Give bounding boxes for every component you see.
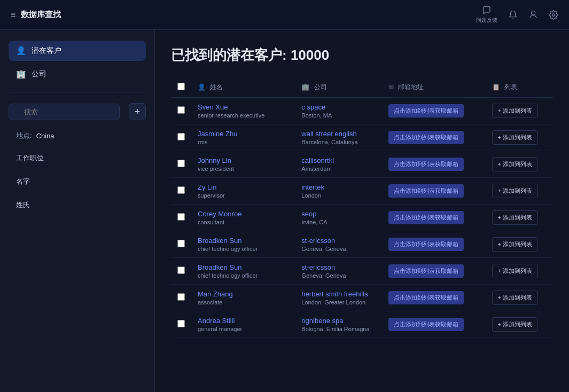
row-list-cell: + 添加到列表 (486, 285, 553, 311)
get-email-button-1[interactable]: 点击添加到列表获取邮箱 (388, 131, 464, 144)
get-email-button-2[interactable]: 点击添加到列表获取邮箱 (388, 158, 464, 171)
row-list-cell: + 添加到列表 (486, 178, 553, 205)
row-company-cell: c space Boston, MA (295, 98, 382, 124)
company-name-6[interactable]: st-ericsson (301, 263, 376, 271)
person-name-6[interactable]: Broadken Sun (198, 263, 289, 271)
person-name-8[interactable]: Andrea Stilli (198, 317, 289, 325)
row-name-cell: Sven Xue senior research executive (191, 98, 295, 124)
row-checkbox-cell (171, 205, 191, 231)
table-row: Corey Monroe consultant seop Irvine, CA … (171, 205, 553, 231)
person-name-3[interactable]: Zy Lin (198, 183, 289, 191)
company-name-2[interactable]: callisonrtkl (301, 156, 376, 164)
sidebar-filter-location[interactable]: 地点: China (9, 127, 146, 145)
th-company-icon: 🏢 (301, 83, 309, 91)
row-name-cell: Jasmine Zhu rms (191, 124, 295, 151)
row-checkbox-6[interactable] (177, 266, 185, 274)
get-email-button-4[interactable]: 点击添加到列表获取邮箱 (388, 211, 464, 224)
row-list-cell: + 添加到列表 (486, 231, 553, 258)
company-name-4[interactable]: seop (301, 210, 376, 218)
row-company-cell: callisonrtkl Amsterdam (295, 151, 382, 178)
person-name-5[interactable]: Broadken Sun (198, 237, 289, 245)
row-list-cell: + 添加到列表 (486, 124, 553, 151)
add-to-list-button-7[interactable]: + 添加到列表 (492, 291, 538, 305)
add-to-list-button-0[interactable]: + 添加到列表 (492, 104, 538, 118)
person-name-7[interactable]: Man Zhang (198, 290, 289, 298)
sidebar-divider (9, 92, 146, 92)
add-to-list-button-1[interactable]: + 添加到列表 (492, 130, 538, 145)
topbar-left: ≡ 数据库查找 (11, 10, 476, 20)
th-list: 📋 列表 (486, 77, 553, 98)
sidebar-filter-last-name[interactable]: 姓氏 (9, 195, 146, 215)
add-filter-button[interactable]: + (129, 103, 146, 120)
th-checkbox (171, 77, 191, 98)
search-wrap: 🔍 (9, 104, 124, 120)
add-to-list-button-3[interactable]: + 添加到列表 (492, 184, 538, 198)
table-row: Broadken Sun chief technology officer st… (171, 258, 553, 285)
sidebar-filter-job-title[interactable]: 工作职位 (9, 148, 146, 168)
company-name-1[interactable]: wall street english (301, 130, 376, 138)
add-to-list-button-6[interactable]: + 添加到列表 (492, 264, 538, 278)
row-name-cell: Man Zhang associate (191, 285, 295, 311)
get-email-button-5[interactable]: 点击添加到列表获取邮箱 (388, 238, 464, 251)
row-checkbox-7[interactable] (177, 293, 185, 301)
select-all-checkbox[interactable] (177, 83, 185, 90)
row-checkbox-0[interactable] (177, 106, 185, 114)
get-email-button-7[interactable]: 点击添加到列表获取邮箱 (388, 291, 464, 304)
filter-location-value: China (36, 132, 54, 140)
person-name-4[interactable]: Corey Monroe (198, 210, 289, 218)
add-to-list-button-2[interactable]: + 添加到列表 (492, 157, 538, 171)
row-checkbox-2[interactable] (177, 160, 185, 167)
company-name-7[interactable]: herbert smith freehills (301, 290, 376, 298)
company-name-8[interactable]: ognibene spa (301, 317, 376, 325)
table-row: Johnny Lin vice president callisonrtkl A… (171, 151, 553, 178)
feedback-button[interactable]: 问题反馈 (476, 6, 497, 24)
company-name-5[interactable]: st-ericsson (301, 237, 376, 245)
row-name-cell: Corey Monroe consultant (191, 205, 295, 231)
table-body: Sven Xue senior research executive c spa… (171, 98, 553, 338)
person-name-0[interactable]: Sven Xue (198, 103, 289, 111)
add-to-list-button-5[interactable]: + 添加到列表 (492, 237, 538, 252)
person-name-1[interactable]: Jasmine Zhu (198, 130, 289, 138)
sidebar-label-company: 公司 (32, 69, 46, 79)
filter-job-title-label: 工作职位 (16, 154, 44, 162)
row-checkbox-3[interactable] (177, 186, 185, 194)
row-list-cell: + 添加到列表 (486, 205, 553, 231)
row-checkbox-cell (171, 98, 191, 124)
company-icon: 🏢 (16, 69, 26, 79)
sidebar-item-potential-customers[interactable]: 👤 潜在客户 (9, 41, 146, 61)
get-email-button-0[interactable]: 点击添加到列表获取邮箱 (388, 104, 464, 117)
company-name-3[interactable]: intertek (301, 183, 376, 191)
settings-button[interactable] (549, 10, 558, 20)
row-checkbox-8[interactable] (177, 320, 185, 327)
get-email-button-3[interactable]: 点击添加到列表获取邮箱 (388, 184, 464, 198)
svg-point-0 (552, 13, 555, 16)
table-row: Man Zhang associate herbert smith freehi… (171, 285, 553, 311)
get-email-button-6[interactable]: 点击添加到列表获取邮箱 (388, 264, 464, 278)
sidebar-item-company[interactable]: 🏢 公司 (9, 64, 146, 84)
row-checkbox-5[interactable] (177, 240, 185, 247)
person-role-2: vice president (198, 166, 289, 172)
person-name-2[interactable]: Johnny Lin (198, 156, 289, 164)
company-name-0[interactable]: c space (301, 103, 376, 111)
add-to-list-button-8[interactable]: + 添加到列表 (492, 317, 538, 332)
row-checkbox-4[interactable] (177, 213, 185, 221)
row-name-cell: Broadken Sun chief technology officer (191, 258, 295, 285)
person-role-3: supervisor (198, 192, 289, 199)
search-input[interactable] (9, 104, 120, 120)
sidebar-filter-first-name[interactable]: 名字 (9, 171, 146, 192)
row-checkbox-1[interactable] (177, 133, 185, 140)
row-name-cell: Zy Lin supervisor (191, 178, 295, 205)
row-company-cell: st-ericsson Geneva, Geneva (295, 258, 382, 285)
th-list-icon: 📋 (492, 83, 500, 91)
add-to-list-button-4[interactable]: + 添加到列表 (492, 210, 538, 225)
row-name-cell: Broadken Sun chief technology officer (191, 231, 295, 258)
row-checkbox-cell (171, 285, 191, 311)
company-location-3: London (301, 192, 376, 199)
get-email-button-8[interactable]: 点击添加到列表获取邮箱 (388, 318, 464, 331)
notification-button[interactable] (508, 10, 518, 20)
row-company-cell: intertek London (295, 178, 382, 205)
menu-icon[interactable]: ≡ (11, 10, 15, 20)
row-email-cell: 点击添加到列表获取邮箱 (382, 178, 486, 205)
row-company-cell: st-ericsson Geneva, Geneva (295, 231, 382, 258)
user-profile-button[interactable] (528, 10, 538, 20)
